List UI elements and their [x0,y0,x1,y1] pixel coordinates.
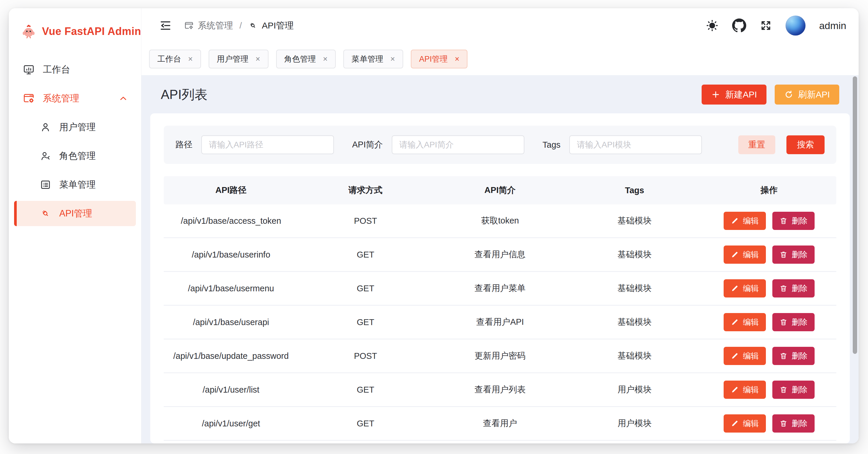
search-button[interactable]: 搜索 [786,135,825,154]
tab-workbench[interactable]: 工作台 × [149,50,201,68]
tags-filter-input[interactable] [569,135,702,154]
cell-path: /api/v1/base/update_password [164,351,298,361]
tab-label: 角色管理 [284,54,316,64]
tab-close-icon[interactable]: × [188,55,193,63]
tab-close-icon[interactable]: × [455,55,460,63]
breadcrumb-separator: / [240,21,242,31]
chevron-up-icon [118,93,128,103]
table-row: /api/v1/base/userinfo GET 查看用户信息 基础模块 编辑 [164,238,836,272]
sidebar-collapse-button[interactable] [159,19,172,32]
cell-summary: 查看用户 [433,418,567,429]
trash-icon [779,217,787,225]
new-api-button[interactable]: 新建API [702,85,766,105]
sidebar-item-roles[interactable]: 角色管理 [14,143,136,169]
breadcrumb-label: 系统管理 [198,20,233,32]
sidebar-item-workbench[interactable]: 工作台 [14,57,136,82]
edit-button[interactable]: 编辑 [724,212,766,230]
filter-summary: API简介 [352,135,524,154]
pencil-icon [731,318,739,326]
theme-toggle-button[interactable] [706,19,719,32]
api-plug-icon [248,21,258,30]
delete-button[interactable]: 删除 [772,414,815,432]
path-filter-input[interactable] [201,135,334,154]
sidebar-item-label: 工作台 [43,63,70,76]
cell-method: GET [298,250,433,260]
delete-button[interactable]: 删除 [772,279,815,297]
edit-button[interactable]: 编辑 [724,279,766,297]
cell-path: /api/v1/base/usermenu [164,284,298,293]
reset-button[interactable]: 重置 [738,135,775,154]
tab-close-icon[interactable]: × [390,55,395,63]
tab-menus[interactable]: 菜单管理 × [343,50,403,68]
breadcrumb: 系统管理 / API管理 [184,20,294,32]
system-settings-icon [184,21,194,30]
brand[interactable]: Vue FastAPI Admin [9,8,141,52]
sidebar-item-menus[interactable]: 菜单管理 [14,172,136,197]
edit-button[interactable]: 编辑 [724,313,766,331]
sidebar-item-users[interactable]: 用户管理 [14,115,136,140]
cell-summary: 查看用户信息 [433,249,567,260]
logo-chick-icon [21,23,36,40]
trash-icon [779,284,787,292]
github-link-button[interactable] [732,19,746,33]
cell-summary: 查看用户API [433,316,567,328]
plus-icon [711,90,720,99]
delete-button[interactable]: 删除 [772,212,815,230]
edit-label: 编辑 [743,283,759,294]
tab-bar: 工作台 × 用户管理 × 角色管理 × 菜单管理 × API管理 × [142,43,859,75]
cell-tags: 基础模块 [567,350,702,362]
edit-button[interactable]: 编辑 [724,380,766,399]
summary-filter-label: API简介 [352,139,383,151]
fullscreen-button[interactable] [760,19,772,32]
tab-api[interactable]: API管理 × [411,50,467,68]
tab-close-icon[interactable]: × [256,55,260,63]
edit-button[interactable]: 编辑 [724,414,766,432]
sidebar: Vue FastAPI Admin 工作台 [9,8,142,444]
tab-roles[interactable]: 角色管理 × [276,50,336,68]
sidebar-item-label: 系统管理 [43,92,79,105]
delete-label: 删除 [792,418,808,429]
table-row: /api/v1/base/userapi GET 查看用户API 基础模块 编辑 [164,306,836,339]
delete-button[interactable]: 删除 [772,246,815,264]
breadcrumb-item-api[interactable]: API管理 [248,20,293,32]
delete-label: 删除 [792,283,808,294]
delete-label: 删除 [792,249,808,260]
delete-label: 删除 [792,385,808,395]
trash-icon [779,352,787,360]
user-avatar[interactable] [785,16,806,35]
delete-button[interactable]: 删除 [772,380,815,399]
pencil-icon [731,386,739,394]
edit-label: 编辑 [743,317,759,328]
delete-button[interactable]: 删除 [772,313,815,331]
column-header-summary: API简介 [433,185,567,196]
cell-method: GET [298,419,433,428]
trash-icon [779,318,787,326]
edit-label: 编辑 [743,351,759,361]
summary-filter-input[interactable] [392,135,524,154]
breadcrumb-item-system[interactable]: 系统管理 [184,20,233,32]
cell-summary: 查看用户菜单 [433,283,567,294]
tab-close-icon[interactable]: × [323,55,328,63]
sidebar-item-system[interactable]: 系统管理 [14,86,136,111]
delete-button[interactable]: 删除 [772,347,815,365]
api-table: API路径 请求方式 API简介 Tags 操作 /api/v1/base/ac… [164,176,836,444]
refresh-api-button[interactable]: 刷新API [775,85,839,105]
edit-button[interactable]: 编辑 [724,246,766,264]
delete-label: 删除 [792,216,808,226]
vertical-scrollbar[interactable] [853,76,857,354]
page-content: API列表 新建API [142,75,859,444]
edit-label: 编辑 [743,249,759,260]
column-header-actions: 操作 [702,185,836,196]
column-header-method: 请求方式 [298,185,433,196]
sidebar-item-api[interactable]: API管理 [14,201,136,226]
table-row: /api/v1/base/update_password POST 更新用户密码… [164,339,836,373]
tab-users[interactable]: 用户管理 × [209,50,269,68]
cell-method: GET [298,385,433,395]
username[interactable]: admin [819,20,846,31]
system-settings-icon [23,92,35,104]
table-row: /api/v1/base/access_token POST 获取token 基… [164,204,836,238]
new-api-label: 新建API [725,89,757,101]
edit-button[interactable]: 编辑 [724,347,766,365]
column-header-tags: Tags [567,186,702,195]
cell-tags: 基础模块 [567,283,702,294]
